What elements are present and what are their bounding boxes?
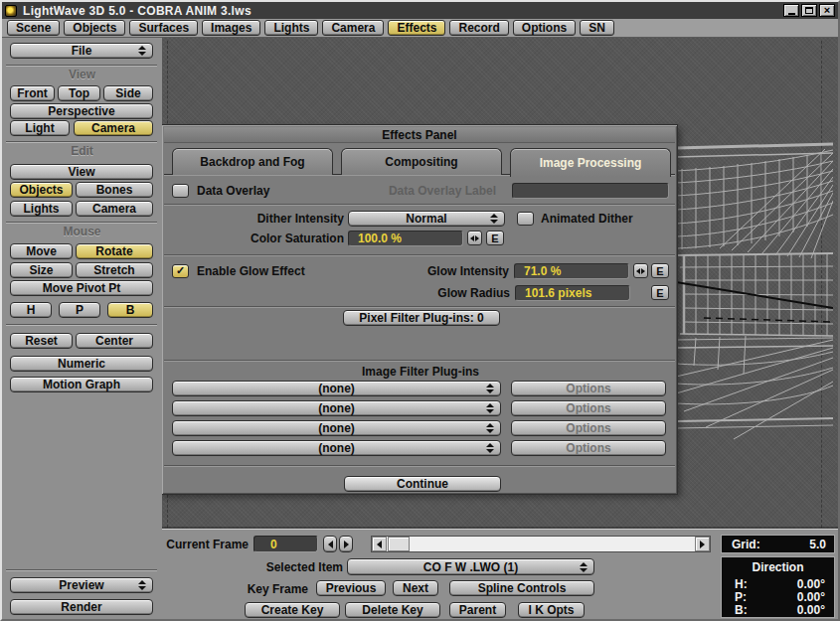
bank-axis-button[interactable]: B xyxy=(107,302,153,318)
mouse-rotate-button[interactable]: Rotate xyxy=(76,243,153,259)
center-button[interactable]: Center xyxy=(76,333,153,349)
frame-step-back-button[interactable] xyxy=(323,536,337,552)
axis-b-label: B: xyxy=(735,603,748,617)
dropdown-value: (none) xyxy=(318,382,355,395)
glow-radius-envelope-button[interactable]: E xyxy=(651,285,669,300)
previous-key-button[interactable]: Previous xyxy=(316,580,386,596)
heading-axis-button[interactable]: H xyxy=(10,302,52,318)
image-filter-options-button-4[interactable]: Options xyxy=(511,440,666,456)
menu-tab-label: Surfaces xyxy=(138,21,189,35)
axis-p-value: 0.00° xyxy=(797,590,825,604)
button-label: Top xyxy=(69,86,89,100)
up-down-arrows-icon xyxy=(486,423,494,433)
glow-intensity-input[interactable]: 71.0 % xyxy=(514,263,629,279)
spline-controls-button[interactable]: Spline Controls xyxy=(449,580,594,596)
button-label: Spline Controls xyxy=(478,581,567,595)
menu-tab-images[interactable]: Images xyxy=(202,20,260,36)
pitch-axis-button[interactable]: P xyxy=(59,302,100,318)
image-filter-options-button-1[interactable]: Options xyxy=(511,381,666,396)
animated-dither-checkbox[interactable] xyxy=(517,212,534,226)
color-saturation-envelope-button[interactable]: E xyxy=(486,231,504,245)
view-front-button[interactable]: Front xyxy=(10,85,55,101)
edit-lights-button[interactable]: Lights xyxy=(10,201,73,217)
button-label: E xyxy=(656,287,663,299)
menu-tab-effects[interactable]: Effects xyxy=(388,20,445,36)
menu-tab-scene[interactable]: Scene xyxy=(7,20,60,36)
image-filter-dropdown-3[interactable]: (none) xyxy=(172,420,501,436)
tab-image-processing[interactable]: Image Processing xyxy=(510,148,671,177)
scrollbar-right-arrow[interactable] xyxy=(695,537,710,551)
mouse-stretch-button[interactable]: Stretch xyxy=(76,262,153,278)
tab-compositing[interactable]: Compositing xyxy=(341,148,502,175)
preview-dropdown[interactable]: Preview xyxy=(10,577,153,593)
image-filter-dropdown-1[interactable]: (none) xyxy=(172,381,501,396)
image-filter-dropdown-4[interactable]: (none) xyxy=(172,440,501,456)
image-filter-options-button-3[interactable]: Options xyxy=(511,420,666,436)
divider xyxy=(6,324,157,326)
pixel-filter-plugins-button[interactable]: Pixel Filter Plug-ins: 0 xyxy=(343,310,500,326)
view-perspective-button[interactable]: Perspective xyxy=(10,103,153,119)
enable-glow-checkbox[interactable]: ✓ xyxy=(172,264,189,278)
image-filter-options-button-2[interactable]: Options xyxy=(511,400,666,416)
scrollbar-left-arrow[interactable] xyxy=(372,537,387,551)
tab-backdrop-and-fog[interactable]: Backdrop and Fog xyxy=(172,148,333,175)
edit-bones-button[interactable]: Bones xyxy=(76,182,153,198)
menu-tab-options[interactable]: Options xyxy=(513,20,576,36)
minimize-icon xyxy=(788,13,795,15)
divider xyxy=(164,306,675,308)
image-filter-dropdown-2[interactable]: (none) xyxy=(172,400,501,416)
numeric-button[interactable]: Numeric xyxy=(10,356,153,372)
right-arrow-icon xyxy=(475,235,479,241)
move-pivot-pt-button[interactable]: Move Pivot Pt xyxy=(10,280,153,296)
view-side-button[interactable]: Side xyxy=(103,85,153,101)
edit-view-button[interactable]: View xyxy=(10,164,153,180)
close-button[interactable]: × xyxy=(819,4,835,17)
effects-panel-title: Effects Panel xyxy=(164,127,675,143)
frame-step-forward-button[interactable] xyxy=(339,536,353,552)
ik-opts-button[interactable]: I K Opts xyxy=(518,602,585,618)
menu-tab-objects[interactable]: Objects xyxy=(64,20,125,36)
scrollbar-thumb[interactable] xyxy=(388,537,410,551)
data-overlay-checkbox[interactable] xyxy=(172,184,189,198)
menu-tab-sn[interactable]: SN xyxy=(580,20,614,36)
color-saturation-slider-arrows[interactable] xyxy=(467,231,482,245)
current-frame-input[interactable]: 0 xyxy=(253,536,318,552)
menu-tab-camera[interactable]: Camera xyxy=(322,20,384,36)
edit-objects-button[interactable]: Objects xyxy=(10,182,73,198)
right-arrow-icon xyxy=(641,268,645,274)
render-button[interactable]: Render xyxy=(10,599,153,615)
continue-button[interactable]: Continue xyxy=(344,476,501,492)
edit-camera-button[interactable]: Camera xyxy=(76,201,153,217)
data-overlay-input[interactable] xyxy=(512,183,669,199)
view-camera-button[interactable]: Camera xyxy=(74,120,153,136)
scrollbar-track[interactable] xyxy=(410,537,695,551)
dither-intensity-dropdown[interactable]: Normal xyxy=(348,211,505,227)
parent-button[interactable]: Parent xyxy=(449,602,506,618)
mouse-move-button[interactable]: Move xyxy=(10,243,73,259)
file-menu-dropdown[interactable]: File xyxy=(10,43,153,59)
menu-tab-record[interactable]: Record xyxy=(449,20,508,36)
glow-radius-input[interactable]: 101.6 pixels xyxy=(515,285,630,301)
delete-key-button[interactable]: Delete Key xyxy=(345,602,440,618)
create-key-button[interactable]: Create Key xyxy=(245,602,340,618)
mouse-size-button[interactable]: Size xyxy=(10,262,73,278)
dropdown-value: (none) xyxy=(318,401,355,415)
next-key-button[interactable]: Next xyxy=(393,580,438,596)
view-light-button[interactable]: Light xyxy=(10,120,70,136)
button-label: H xyxy=(27,303,36,317)
button-label: Camera xyxy=(91,121,135,135)
color-saturation-input[interactable]: 100.0 % xyxy=(348,231,463,246)
frame-scrollbar[interactable] xyxy=(371,536,711,552)
minimize-button[interactable] xyxy=(783,4,799,17)
viewport-wireframe xyxy=(676,123,833,461)
selected-item-dropdown[interactable]: CO F W .LWO (1) xyxy=(347,558,594,575)
maximize-button[interactable] xyxy=(801,4,817,17)
view-top-button[interactable]: Top xyxy=(58,85,100,101)
button-label: Rotate xyxy=(95,244,132,258)
glow-intensity-slider-arrows[interactable] xyxy=(633,263,648,278)
reset-button[interactable]: Reset xyxy=(10,333,73,349)
glow-intensity-envelope-button[interactable]: E xyxy=(651,263,669,278)
menu-tab-surfaces[interactable]: Surfaces xyxy=(129,20,198,36)
motion-graph-button[interactable]: Motion Graph xyxy=(10,377,153,392)
menu-tab-lights[interactable]: Lights xyxy=(264,20,318,36)
